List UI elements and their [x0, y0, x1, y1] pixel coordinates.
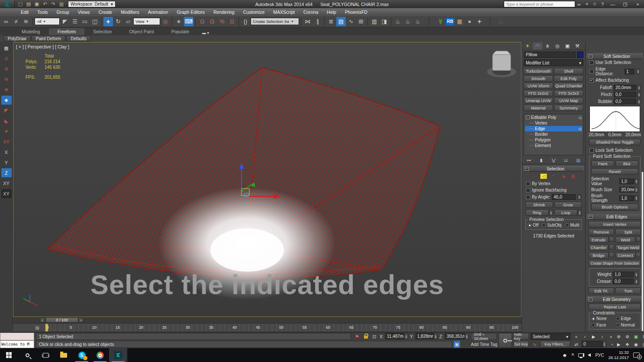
- crease-field[interactable]: 0,0: [613, 279, 634, 284]
- edge-distance-checkbox[interactable]: Edge Distance: 1 ▲▼: [587, 66, 643, 77]
- by-angle-field[interactable]: 45,0: [552, 194, 576, 200]
- axis-constraint-xy-button[interactable]: XY: [1, 137, 12, 146]
- border-mode-icon[interactable]: ◠: [550, 173, 557, 179]
- project-folder-icon[interactable]: ▥: [58, 1, 65, 7]
- selection-value-field[interactable]: 1,0: [619, 179, 634, 184]
- select-and-link-icon[interactable]: ∞: [1, 17, 11, 26]
- panel-scrollbar[interactable]: [641, 172, 644, 331]
- hierarchy-tab-icon[interactable]: ⋔: [543, 42, 552, 50]
- ignore-backfacing-checkbox[interactable]: Ignore Backfacing: [523, 187, 584, 193]
- spinner-icon[interactable]: ▲▼: [578, 209, 582, 216]
- render-setup-icon[interactable]: ▥: [370, 17, 379, 26]
- preview-off-radio[interactable]: Off: [528, 223, 538, 227]
- make-unique-icon[interactable]: ⋁: [550, 157, 557, 163]
- snap-star-icon[interactable]: ∗: [1, 127, 12, 136]
- split-button[interactable]: Split: [615, 229, 641, 235]
- cursor-tool-icon[interactable]: ◣: [1, 116, 12, 125]
- axis-lock-icon[interactable]: ⊙: [1, 54, 12, 63]
- close-button[interactable]: ×: [631, 0, 644, 8]
- axis-constraint-z-button[interactable]: Z: [1, 168, 12, 177]
- zoom-icon[interactable]: ⊕: [615, 333, 623, 340]
- spinner-icon[interactable]: ▲▼: [602, 341, 606, 347]
- tab-selection[interactable]: Selection: [84, 28, 120, 35]
- track-bar[interactable]: ▤ 05 1015 2025 3035 4045 5055 6065 7075 …: [13, 324, 522, 332]
- vertex-mode-icon[interactable]: ∴: [530, 173, 537, 179]
- search-input[interactable]: [504, 1, 575, 7]
- modify-tab-icon[interactable]: ◠: [533, 42, 542, 50]
- maxscript-mini-listener-pink[interactable]: [0, 333, 34, 340]
- zoom-extents-all-icon[interactable]: ⊞: [641, 333, 644, 340]
- edit-geometry-header[interactable]: − Edit Geometry: [587, 296, 643, 302]
- edit-edges-header[interactable]: − Edit Edges: [587, 214, 643, 220]
- angle-snap-icon[interactable]: Ω: [207, 17, 217, 26]
- target-weld-button[interactable]: Target Weld: [615, 244, 641, 251]
- maximize-viewport-icon[interactable]: ◰: [641, 341, 644, 348]
- key-selection-dropdown[interactable]: Selected ▾: [531, 333, 570, 340]
- align-icon[interactable]: ∥: [313, 17, 322, 26]
- menu-phoenixfd[interactable]: PhoenixFD: [341, 8, 372, 16]
- chamfer-button[interactable]: Chamfer: [589, 244, 609, 251]
- time-slider[interactable]: 0 / 100: [45, 317, 78, 323]
- subtab-defaults[interactable]: Defaults: [66, 35, 91, 42]
- insert-vertex-button[interactable]: Insert Vertex: [589, 221, 641, 227]
- extrude-settings-icon[interactable]: [609, 237, 614, 242]
- viewport-label[interactable]: [ + ] [ Perspective ] [ Clay ]: [16, 44, 69, 49]
- 3dsmax-taskbar-button[interactable]: [109, 348, 127, 362]
- stack-polygon[interactable]: Polygon: [525, 137, 582, 143]
- mini-curve-editor-icon[interactable]: ▤: [34, 325, 41, 330]
- tab-freeform[interactable]: Freeform: [49, 28, 85, 35]
- pin-stack-icon[interactable]: ⊶: [525, 157, 532, 163]
- spinner-icon[interactable]: ▲▼: [634, 195, 638, 201]
- menu-maxscript[interactable]: MAXScript: [269, 8, 299, 16]
- modifier-button[interactable]: FFD 3x3x3: [554, 90, 583, 96]
- selection-region-cube-icon[interactable]: ▣: [454, 341, 460, 348]
- utilities-tab-icon[interactable]: ⚒: [573, 42, 582, 50]
- selection-filter-dropdown[interactable]: All ▾: [35, 18, 60, 25]
- select-object-icon[interactable]: ◤: [60, 17, 70, 26]
- modifier-button[interactable]: Edit Poly: [554, 75, 583, 82]
- bridge-settings-icon[interactable]: [609, 252, 614, 257]
- modifier-button[interactable]: TurboSmooth: [524, 68, 553, 74]
- zoom-extents-icon[interactable]: ▣: [632, 333, 640, 340]
- absolute-mode-icon[interactable]: ⊡: [370, 333, 378, 340]
- bind-to-spacewarp-icon[interactable]: ≋: [21, 17, 31, 26]
- weld-settings-icon[interactable]: [636, 237, 641, 242]
- modifier-button[interactable]: Unwrap UVW: [524, 97, 553, 104]
- z-coord-field[interactable]: 358,351mm: [445, 333, 465, 340]
- file-explorer-button[interactable]: [55, 348, 73, 362]
- language-indicator[interactable]: РУС: [595, 353, 604, 358]
- menu-corona[interactable]: Corona: [299, 8, 322, 16]
- ribbon-minimize-icon[interactable]: ▬ ▾: [202, 31, 209, 35]
- spinner-icon[interactable]: ▲▼: [637, 85, 641, 90]
- rendered-frame-window-icon[interactable]: ◨: [380, 17, 389, 26]
- add-tool-icon[interactable]: +: [475, 17, 484, 26]
- scatter-tool-icon[interactable]: ∴: [496, 17, 506, 26]
- connect-button[interactable]: Connect: [615, 252, 635, 259]
- ring-button[interactable]: Ring: [525, 209, 549, 216]
- axis-constraint-xy-button[interactable]: XY: [1, 179, 12, 188]
- lock-soft-selection-checkbox[interactable]: Lock Soft Selection: [587, 146, 643, 154]
- stack-editable-poly[interactable]: − Editable Poly ◁: [525, 115, 582, 120]
- paint-button[interactable]: Paint: [591, 160, 614, 167]
- pinch-field[interactable]: 0,0: [614, 92, 636, 97]
- menu-views[interactable]: Views: [74, 8, 94, 16]
- modifier-list-dropdown[interactable]: Modifier List ▾: [524, 59, 583, 66]
- redo-icon[interactable]: ↷: [50, 1, 57, 7]
- turn-button[interactable]: Turn: [615, 288, 641, 294]
- action-center-icon[interactable]: 2: [633, 352, 640, 358]
- spinner-icon[interactable]: ▲▼: [634, 272, 638, 277]
- collapse-icon[interactable]: −: [526, 115, 530, 119]
- vray-toolbar-icon[interactable]: ≪: [436, 17, 445, 26]
- edit-tri-button[interactable]: Edit Tri.: [589, 288, 614, 294]
- brush-options-button[interactable]: Brush Options: [591, 204, 638, 210]
- constraint-edge-radio[interactable]: Edge: [616, 316, 639, 321]
- current-frame-field[interactable]: 0: [582, 341, 602, 347]
- modifier-button[interactable]: Smooth: [524, 75, 553, 82]
- motion-tab-icon[interactable]: ◎: [553, 42, 562, 50]
- menu-edit[interactable]: Edit: [16, 8, 33, 16]
- stack-edge[interactable]: Edge ◁: [525, 126, 582, 131]
- tab-modeling[interactable]: Modeling: [13, 28, 49, 35]
- menu-graph-editors[interactable]: Graph Editors: [172, 8, 209, 16]
- render-iterative-icon[interactable]: ♨: [403, 17, 412, 26]
- mirror-icon[interactable]: ⋈: [303, 17, 312, 26]
